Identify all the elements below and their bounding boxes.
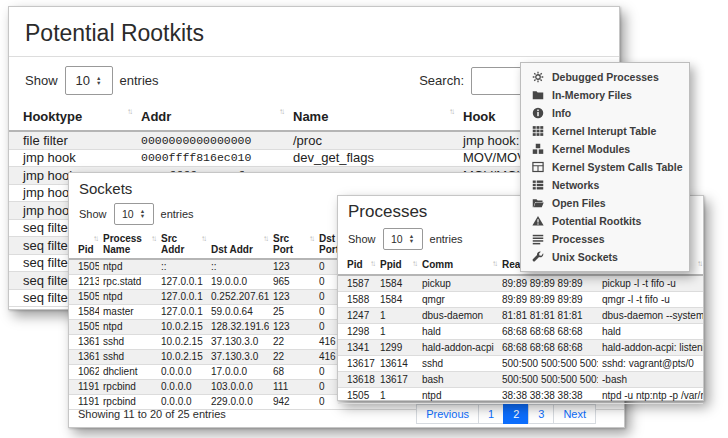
cell: ntpd -u ntp:ntp -p /var/run/ntpd.: [598, 388, 703, 404]
table-row: 12981hald68:68 68:68 68:68hald: [338, 324, 703, 340]
page-size-value: 10: [76, 73, 90, 88]
column-header-label: Process Name: [103, 233, 142, 255]
menu-item-processes[interactable]: Processes: [521, 230, 689, 248]
cell: 68: [269, 365, 315, 380]
column-header-process-name[interactable]: Process Name↑↓: [99, 230, 157, 259]
processes-table: Pid↑↓Ppid↑↓Comm↑↓Real/Suid/Effective↑↓Ar…: [338, 255, 703, 404]
cell: 68:68 68:68 68:68: [498, 324, 598, 340]
cell: ::: [207, 259, 269, 275]
cell: dev_get_flags: [285, 149, 455, 167]
cell: 1505: [69, 259, 99, 275]
cell: pickup: [418, 275, 498, 292]
cell: 103.0.0.0: [207, 380, 269, 395]
column-header-hooktype[interactable]: Hooktype↑↓: [9, 103, 133, 131]
cell: 22: [269, 335, 315, 350]
column-header-dst-addr[interactable]: Dst Addr↑↓: [207, 230, 269, 259]
sort-arrows-icon: ↑↓: [127, 107, 131, 116]
menu-item-label: Kernel System Calls Table: [552, 161, 683, 173]
pagination-previous-button[interactable]: Previous: [416, 404, 479, 424]
menu-item-info[interactable]: Info: [521, 104, 689, 122]
folder-icon: [532, 89, 544, 101]
cell: dbus-daemon --system: [598, 308, 703, 324]
cell: 1587: [338, 275, 376, 292]
menu-item-label: Kernel Modules: [552, 143, 630, 155]
cell: 1588: [338, 292, 376, 308]
table-row: 1361813617bash500:500 500:500 500:500-ba…: [338, 372, 703, 388]
column-header-src-port[interactable]: Src Port↑↓: [269, 230, 315, 259]
cell: sshd: [418, 356, 498, 372]
pagination-page-3[interactable]: 3: [528, 404, 554, 424]
page-size-value: 10: [391, 233, 403, 245]
cell: 13617: [376, 372, 418, 388]
cell: 500:500 500:500 500:500: [498, 356, 598, 372]
cell: rpc.statd: [99, 275, 157, 290]
column-header-name[interactable]: Name↑↓: [285, 103, 455, 131]
table-row: 12471dbus-daemon81:81 81:81 81:81dbus-da…: [338, 308, 703, 324]
pagination-page-2[interactable]: 2: [503, 404, 529, 424]
menu-item-in-memory-files[interactable]: In-Memory Files: [521, 86, 689, 104]
cell: sshd: [99, 350, 157, 365]
table-row: 15051ntpd38:38 38:38 38:38ntpd -u ntp:nt…: [338, 388, 703, 404]
menu-item-kernel-interupt-table[interactable]: Kernel Interupt Table: [521, 122, 689, 140]
cell: 13617: [69, 350, 99, 365]
page-size-select[interactable]: 10 ▲▼: [114, 203, 154, 225]
cell: 13614: [376, 356, 418, 372]
column-header-pid[interactable]: Pid↑↓: [338, 255, 376, 275]
cell: 1: [376, 388, 418, 404]
table-row: 13411299hald-addon-acpi68:68 68:68 68:68…: [338, 340, 703, 356]
menu-item-debugged-processes[interactable]: Debugged Processes: [521, 68, 689, 86]
menu-item-kernel-system-calls-table[interactable]: Kernel System Calls Table: [521, 158, 689, 176]
cell: pickup -l -t fifo -u: [598, 275, 703, 292]
menu-item-open-files[interactable]: Open Files: [521, 194, 689, 212]
column-header-addr[interactable]: Addr↑↓: [133, 103, 285, 131]
cell: hald: [598, 324, 703, 340]
cell: 10.0.2.15: [157, 320, 207, 335]
entries-label: entries: [161, 208, 194, 220]
column-header-comm[interactable]: Comm↑↓: [418, 255, 498, 275]
cell: 13614: [69, 335, 99, 350]
column-header-ppid[interactable]: Ppid↑↓: [376, 255, 418, 275]
page-size-select[interactable]: 10 ▲▼: [383, 228, 423, 250]
cell: 123: [269, 259, 315, 275]
select-spinner-icon: ▲▼: [409, 234, 414, 243]
cell: 127.0.0.1: [157, 290, 207, 305]
sort-arrows-icon: ↑↓: [697, 259, 701, 268]
cell: 10.0.2.15: [157, 350, 207, 365]
cell: 1299: [376, 340, 418, 356]
menu-item-label: Unix Sockets: [552, 251, 618, 263]
cell: rpcbind: [99, 380, 157, 395]
cell: 10.0.2.15: [157, 335, 207, 350]
cell: 1213: [69, 275, 99, 290]
column-header-label: Hook: [463, 109, 496, 124]
column-header-label: Src Addr: [161, 233, 184, 255]
cell: 37.130.3.0: [207, 350, 269, 365]
sort-arrows-icon: ↑↓: [492, 259, 496, 268]
cell: 19.0.0.0: [207, 275, 269, 290]
grid-icon: [532, 125, 544, 137]
cell: 1584: [376, 292, 418, 308]
page-size-select[interactable]: 10 ▲▼: [65, 66, 113, 95]
pagination-next-button[interactable]: Next: [553, 404, 596, 424]
cell: 81:81 81:81 81:81: [498, 308, 598, 324]
cell: jmp hook: [9, 149, 133, 167]
menu-item-potential-rootkits[interactable]: Potential Rootkits: [521, 212, 689, 230]
menu-item-kernel-modules[interactable]: Kernel Modules: [521, 140, 689, 158]
menu-item-unix-sockets[interactable]: Unix Sockets: [521, 248, 689, 266]
cell: 22: [269, 350, 315, 365]
cell: sshd: vagrant@pts/0: [598, 356, 703, 372]
column-header-label: Dst Addr: [211, 244, 253, 255]
cell: ntpd: [99, 259, 157, 275]
cell: 13617: [338, 356, 376, 372]
list-icon: [532, 233, 544, 245]
show-label: Show: [79, 208, 107, 220]
column-header-src-addr[interactable]: Src Addr↑↓: [157, 230, 207, 259]
column-header-pid[interactable]: Pid↑↓: [69, 230, 99, 259]
menu-item-label: Debugged Processes: [552, 71, 659, 83]
menu-item-label: Open Files: [552, 197, 606, 209]
sort-arrows-icon: ↑↓: [93, 234, 97, 243]
cell: 0.252.207.61: [207, 290, 269, 305]
sort-arrows-icon: ↑↓: [263, 234, 267, 243]
cell: 123: [269, 290, 315, 305]
pagination-page-1[interactable]: 1: [478, 404, 504, 424]
menu-item-networks[interactable]: Networks: [521, 176, 689, 194]
